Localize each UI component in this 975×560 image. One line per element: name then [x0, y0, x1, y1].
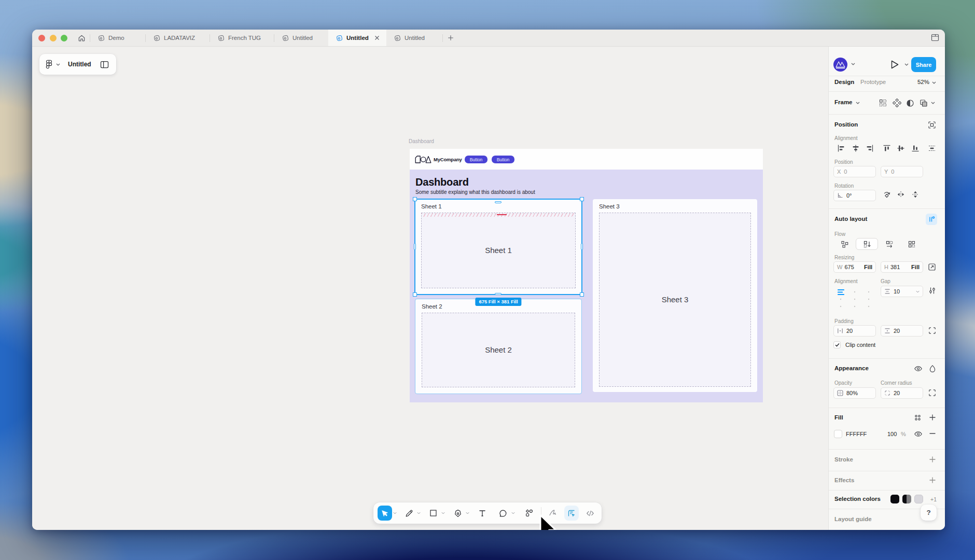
new-tab-button[interactable] — [443, 30, 458, 46]
comment-tool-chevron[interactable] — [510, 506, 516, 521]
add-fill-icon[interactable] — [929, 414, 936, 421]
independent-corners-icon[interactable] — [928, 389, 936, 397]
selection-color-swatch-3[interactable] — [914, 495, 923, 503]
align-right-icon[interactable] — [866, 144, 874, 152]
tab-demo[interactable]: Demo — [90, 30, 145, 46]
tidy-up-icon[interactable] — [928, 144, 936, 152]
file-title[interactable]: Untitled — [68, 61, 91, 68]
clip-content-label[interactable]: Clip content — [845, 342, 875, 348]
move-tool-chevron[interactable] — [392, 506, 398, 521]
help-button[interactable]: ? — [921, 505, 937, 521]
height-input[interactable]: H381 Fill — [881, 261, 923, 273]
flow-vertical-button[interactable] — [856, 238, 878, 250]
mask-layers-icon[interactable] — [920, 99, 928, 107]
sheet-3-card[interactable]: Sheet 3 Sheet 3 — [593, 199, 757, 392]
resize-to-fit-icon[interactable] — [928, 263, 936, 271]
flip-vertical-icon[interactable] — [911, 190, 920, 199]
selection-color-swatch-1[interactable] — [890, 495, 899, 503]
opacity-input[interactable]: 80% — [833, 387, 876, 399]
add-effect-icon[interactable] — [929, 477, 936, 484]
alignment-pad[interactable] — [833, 285, 876, 313]
align-v-center-icon[interactable] — [897, 144, 905, 152]
blend-contrast-icon[interactable] — [906, 99, 914, 107]
header-button-1[interactable]: Button — [465, 156, 487, 163]
shape-tool-chevron[interactable] — [441, 506, 447, 521]
align-bottom-icon[interactable] — [911, 144, 920, 152]
auto-layout-badge-icon[interactable] — [926, 214, 937, 225]
more-colors-label[interactable]: +1 — [930, 496, 937, 502]
visibility-eye-icon[interactable] — [914, 365, 923, 373]
tab-untitled-1[interactable]: Untitled — [274, 30, 328, 46]
frame-chevron-icon[interactable] — [856, 102, 860, 104]
sheet-2-card[interactable]: Sheet 2 Sheet 2 — [415, 299, 582, 394]
share-button[interactable]: Share — [911, 57, 936, 72]
individual-padding-icon[interactable] — [928, 327, 936, 334]
frame-focus-icon[interactable] — [928, 121, 936, 129]
comment-tool-button[interactable] — [496, 506, 510, 521]
gap-input[interactable]: 10 — [881, 286, 923, 297]
remove-fill-icon[interactable] — [929, 430, 936, 437]
tab-untitled-active[interactable]: Untitled — [328, 30, 386, 46]
tab-design[interactable]: Design — [834, 79, 854, 85]
pen-tool-chevron[interactable] — [465, 506, 471, 521]
rotation-input[interactable]: 0° — [833, 190, 876, 201]
window-panel-button[interactable] — [931, 34, 939, 41]
horizontal-padding-input[interactable]: 20 — [833, 325, 876, 337]
pencil-tool-chevron[interactable] — [416, 506, 422, 521]
zoom-chevron-icon[interactable] — [932, 81, 936, 84]
corner-radius-input[interactable]: 20 — [881, 387, 923, 399]
code-button[interactable] — [583, 506, 597, 521]
styles-grid-icon[interactable] — [914, 414, 922, 422]
header-button-2[interactable]: Button — [492, 156, 514, 163]
minimize-window-button[interactable] — [50, 35, 57, 41]
pencil-tool-button[interactable] — [402, 506, 416, 521]
present-chevron-icon[interactable] — [904, 63, 909, 66]
component-grid-icon[interactable] — [879, 99, 887, 107]
close-tab-button[interactable] — [374, 35, 380, 40]
user-avatar[interactable] — [833, 58, 847, 72]
avatar-chevron-icon[interactable] — [851, 63, 855, 65]
zoom-window-button[interactable] — [61, 35, 67, 41]
fill-opacity-value[interactable]: 100 — [887, 431, 897, 437]
align-left-icon[interactable] — [837, 144, 845, 152]
fill-color-swatch[interactable] — [834, 430, 842, 438]
fill-hex-value[interactable]: FFFFFF — [846, 431, 867, 437]
flow-freeform-button[interactable] — [833, 238, 856, 250]
canvas[interactable]: Untitled Dashboard MyCompany Button Butt… — [32, 47, 828, 530]
fill-visibility-icon[interactable] — [914, 430, 923, 438]
width-mode[interactable]: Fill — [864, 264, 872, 270]
vertical-padding-input[interactable]: 20 — [881, 325, 923, 337]
flow-wrap-button[interactable] — [900, 238, 923, 250]
sheet-1-card[interactable]: Sheet 1 Sheet 1 — [415, 199, 582, 295]
frame-more-chevron-icon[interactable] — [931, 102, 935, 104]
frame-type-label[interactable]: Frame — [834, 99, 853, 105]
tab-prototype[interactable]: Prototype — [860, 79, 886, 85]
chevron-down-icon[interactable] — [56, 63, 60, 66]
figma-logo-icon[interactable] — [46, 60, 52, 69]
text-tool-button[interactable] — [475, 506, 490, 521]
spacing-settings-icon[interactable] — [928, 287, 936, 295]
layers-panel-toggle-icon[interactable] — [100, 61, 109, 68]
actions-button[interactable] — [522, 506, 537, 521]
width-input[interactable]: W675 Fill — [833, 261, 876, 273]
move-tool-button[interactable] — [378, 506, 392, 521]
selection-color-swatch-2[interactable] — [902, 495, 911, 503]
height-mode[interactable]: Fill — [911, 264, 920, 270]
clip-content-checkbox[interactable] — [833, 341, 841, 348]
tab-french-tug[interactable]: French TUG — [210, 30, 274, 46]
x-position-input[interactable]: X0 — [833, 166, 876, 177]
design-frame[interactable]: MyCompany Button Button Dashboard Some s… — [410, 149, 763, 402]
home-button[interactable] — [73, 30, 90, 46]
dev-mode-toggle[interactable] — [564, 506, 579, 521]
tab-ladataviz[interactable]: LADATAVIZ — [146, 30, 210, 46]
align-top-icon[interactable] — [883, 144, 891, 152]
pen-tool-button[interactable] — [451, 506, 465, 521]
tab-untitled-2[interactable]: Untitled — [386, 30, 442, 46]
present-play-icon[interactable] — [890, 60, 899, 69]
add-stroke-icon[interactable] — [929, 456, 936, 463]
variables-diamonds-icon[interactable] — [893, 99, 901, 107]
frame-name-label[interactable]: Dashboard — [409, 138, 434, 144]
y-position-input[interactable]: Y0 — [881, 166, 923, 177]
shape-tool-button[interactable] — [426, 506, 441, 521]
flow-horizontal-button[interactable] — [878, 238, 900, 250]
